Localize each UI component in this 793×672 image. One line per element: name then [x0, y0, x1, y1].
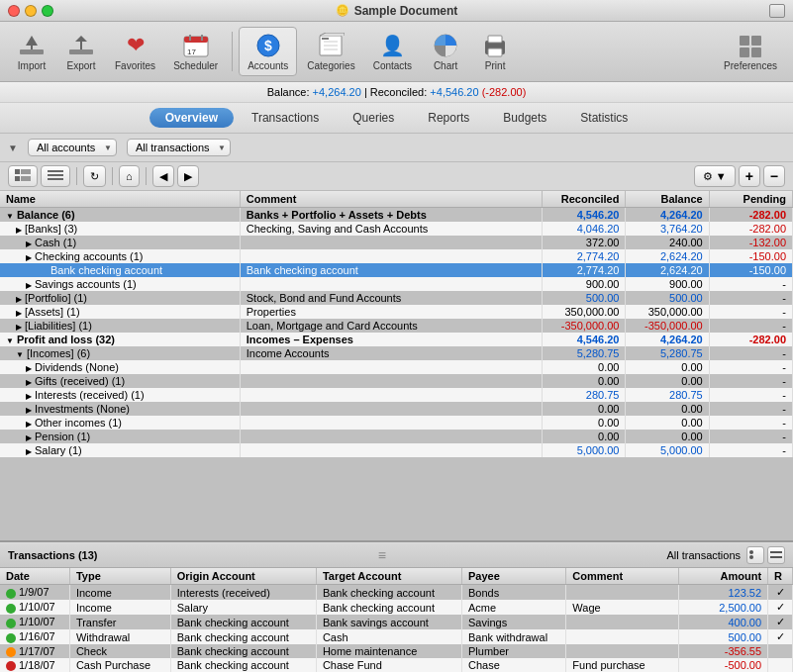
svg-rect-35	[770, 556, 782, 558]
filter-bar: ▼ All accounts All transactions	[0, 134, 793, 162]
account-row[interactable]: ▶Cash (1) 372.00 240.00 -132.00	[0, 236, 793, 249]
accounts-filter-wrapper[interactable]: All accounts	[28, 139, 117, 156]
transaction-row[interactable]: 1/17/07 Check Bank checking account Home…	[0, 644, 793, 658]
account-row[interactable]: Bank checking account Bank checking acco…	[0, 263, 793, 277]
account-name: ▶Interests (received) (1)	[0, 388, 240, 402]
account-row[interactable]: ▶Interests (received) (1) 280.75 280.75 …	[0, 388, 793, 402]
transactions-filter-label: All transactions	[666, 549, 741, 561]
trans-col-origin[interactable]: Origin Account	[170, 568, 316, 585]
list-view-2-button[interactable]	[41, 165, 70, 187]
back-button[interactable]: ◀	[152, 165, 174, 187]
account-row[interactable]: ▶[Liabilities] (1) Loan, Mortgage and Ca…	[0, 319, 793, 333]
transactions-filter[interactable]: All transactions	[127, 139, 231, 156]
remove-button[interactable]: −	[763, 165, 785, 187]
account-pending: -282.00	[709, 333, 792, 346]
account-row[interactable]: ▼Profit and loss (32) Incomes – Expenses…	[0, 333, 793, 346]
refresh-button[interactable]: ↻	[83, 165, 106, 187]
account-row[interactable]: ▶[Assets] (1) Properties 350,000.00 350,…	[0, 305, 793, 319]
print-button[interactable]: Print	[471, 28, 519, 75]
tab-overview[interactable]: Overview	[149, 108, 234, 128]
accounts-filter[interactable]: All accounts	[28, 139, 117, 156]
transactions-table-wrap[interactable]: Date Type Origin Account Target Account …	[0, 568, 793, 672]
trans-col-date[interactable]: Date	[0, 568, 69, 585]
maximize-button[interactable]	[42, 5, 53, 17]
account-comment: Incomes – Expenses	[240, 333, 542, 346]
scheduler-button[interactable]: 17 Scheduler	[165, 28, 226, 75]
preferences-button[interactable]: Preferences	[716, 28, 785, 75]
import-icon	[16, 32, 48, 59]
trans-col-amount[interactable]: Amount	[678, 568, 768, 585]
account-name: Bank checking account	[0, 263, 240, 277]
transaction-row[interactable]: 1/16/07 Withdrawal Bank checking account…	[0, 629, 793, 644]
account-row[interactable]: ▶Dividends (None) 0.00 0.00 -	[0, 360, 793, 374]
trans-col-type[interactable]: Type	[69, 568, 170, 585]
forward-button[interactable]: ▶	[177, 165, 199, 187]
account-balance: 5,000.00	[626, 443, 709, 457]
account-row[interactable]: ▶Other incomes (1) 0.00 0.00 -	[0, 416, 793, 430]
account-name: ▶[Liabilities] (1)	[0, 319, 240, 333]
add-button[interactable]: +	[739, 165, 760, 187]
col-reconciled[interactable]: Reconciled	[543, 191, 626, 208]
trans-col-comment[interactable]: Comment	[566, 568, 678, 585]
tab-reports[interactable]: Reports	[412, 108, 485, 128]
minimize-button[interactable]	[25, 5, 37, 17]
account-row[interactable]: ▼Balance (6) Banks + Portfolio + Assets …	[0, 208, 793, 223]
account-row[interactable]: ▶[Banks] (3) Checking, Saving and Cash A…	[0, 222, 793, 236]
transaction-row[interactable]: 1/9/07 Income Interests (received) Bank …	[0, 585, 793, 601]
trans-payee: Acme	[462, 600, 566, 615]
trans-reconciled: ✓	[768, 615, 793, 629]
accounts-button[interactable]: $ Accounts	[239, 27, 297, 76]
account-row[interactable]: ▶Salary (1) 5,000.00 5,000.00 -	[0, 443, 793, 457]
account-row[interactable]: ▶Gifts (received) (1) 0.00 0.00 -	[0, 374, 793, 388]
transaction-row[interactable]: 1/10/07 Transfer Bank checking account B…	[0, 615, 793, 629]
col-pending[interactable]: Pending	[709, 191, 792, 208]
tab-statistics[interactable]: Statistics	[564, 108, 644, 128]
gear-button[interactable]: ⚙ ▼	[694, 165, 736, 187]
transaction-row[interactable]: 1/10/07 Income Salary Bank checking acco…	[0, 600, 793, 615]
contacts-button[interactable]: 👤 Contacts	[365, 28, 420, 75]
tab-queries[interactable]: Queries	[337, 108, 410, 128]
trans-col-r[interactable]: R	[768, 568, 793, 585]
col-balance[interactable]: Balance	[626, 191, 709, 208]
chart-button[interactable]: Chart	[422, 28, 469, 75]
account-reconciled: 2,774.20	[543, 249, 626, 263]
import-button[interactable]: Import	[8, 28, 55, 75]
account-balance: -350,000.00	[626, 319, 709, 333]
account-row[interactable]: ▶[Portfolio] (1) Stock, Bond and Fund Ac…	[0, 291, 793, 305]
home-button[interactable]: ⌂	[119, 165, 140, 187]
account-balance: 2,624.20	[626, 249, 709, 263]
account-reconciled: 4,546.20	[543, 208, 626, 223]
account-row[interactable]: ▶Investments (None) 0.00 0.00 -	[0, 402, 793, 416]
account-name: ▶Investments (None)	[0, 402, 240, 416]
transactions-filter-wrapper[interactable]: All transactions	[127, 139, 231, 156]
account-row[interactable]: ▶Savings accounts (1) 900.00 900.00 -	[0, 277, 793, 291]
trans-reconciled: ✓	[768, 600, 793, 615]
transaction-row[interactable]: 1/18/07 Cash Purchase Bank checking acco…	[0, 658, 793, 672]
col-comment[interactable]: Comment	[240, 191, 542, 208]
svg-rect-26	[21, 169, 31, 174]
account-row[interactable]: ▶Checking accounts (1) 2,774.20 2,624.20…	[0, 249, 793, 263]
account-row[interactable]: ▼[Incomes] (6) Income Accounts 5,280.75 …	[0, 346, 793, 360]
tab-transactions[interactable]: Transactions	[236, 108, 335, 128]
trans-col-target[interactable]: Target Account	[316, 568, 461, 585]
accounts-table: Name Comment Reconciled Balance Pending …	[0, 191, 793, 457]
accounts-section[interactable]: Name Comment Reconciled Balance Pending …	[0, 191, 793, 542]
window-controls[interactable]	[8, 5, 53, 17]
trans-view-2-button[interactable]	[767, 546, 785, 564]
account-name: ▶Other incomes (1)	[0, 416, 240, 430]
chart-icon	[430, 32, 461, 59]
col-name[interactable]: Name	[0, 191, 240, 208]
categories-button[interactable]: Categories	[299, 28, 362, 75]
transactions-header: Transactions (13) ≡ All transactions	[0, 542, 793, 568]
svg-rect-34	[770, 551, 782, 553]
tab-budgets[interactable]: Budgets	[487, 108, 562, 128]
favorites-button[interactable]: ❤ Favorites	[107, 28, 163, 75]
trans-col-payee[interactable]: Payee	[462, 568, 566, 585]
account-balance: 0.00	[626, 360, 709, 374]
trans-view-1-button[interactable]	[746, 546, 764, 564]
list-view-1-button[interactable]	[8, 165, 38, 187]
account-row[interactable]: ▶Pension (1) 0.00 0.00 -	[0, 430, 793, 443]
close-button[interactable]	[8, 5, 20, 17]
window-resize[interactable]	[769, 4, 785, 18]
export-button[interactable]: Export	[57, 28, 105, 75]
